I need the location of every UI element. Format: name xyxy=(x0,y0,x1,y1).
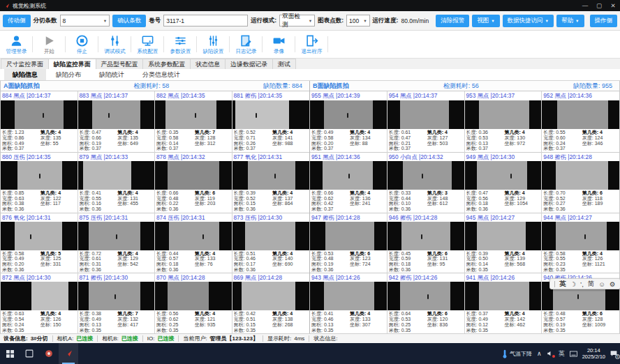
close-icon[interactable]: ✕ xyxy=(606,0,620,11)
action-debug-mode-button[interactable]: 调试模式 xyxy=(98,31,131,58)
defect-mark xyxy=(348,174,350,179)
main-tab-3[interactable]: 系统参数配置 xyxy=(142,59,191,69)
main-tab-6[interactable]: 测试 xyxy=(272,59,296,69)
defect-cell[interactable]: 884 黑点 |20:14:37长度: 1.23宽度: 0.86面积: 0.49… xyxy=(1,91,78,152)
defect-cell[interactable]: 947 擦伤 |20:14:28长度: 0.53宽度: 0.48面积: 0.19… xyxy=(310,213,388,273)
sub-tab-2[interactable]: 缺陷统计 xyxy=(91,69,133,80)
touch-keyboard-icon[interactable] xyxy=(570,351,577,357)
ime-settings-gear-icon[interactable]: ⚙ xyxy=(610,280,616,288)
clear-alarm-button[interactable]: 清除报警 xyxy=(436,15,469,27)
defect-cell[interactable]: 875 压伤 |20:14:31长度: 0.72宽度: 0.61面积: 0.31… xyxy=(78,213,156,273)
defect-cell-header: 871 擦伤 |20:14:30 xyxy=(78,273,155,282)
metric-width: 宽度: 0.55 xyxy=(543,256,582,261)
main-tab-5[interactable]: 边缘数据记录 xyxy=(225,59,273,69)
action-start-button[interactable]: 开始 xyxy=(33,31,66,58)
drive-side-button[interactable]: 传动侧 xyxy=(3,15,31,27)
confirm-count-button[interactable]: 确认条数 xyxy=(112,15,146,27)
main-tab-0[interactable]: 尺寸监控界面 xyxy=(1,59,49,69)
roll-number-input[interactable]: 3117-1 xyxy=(163,15,248,26)
defect-cell[interactable]: 946 擦伤 |20:14:28长度: 0.45宽度: 0.59面积: 0.18… xyxy=(388,213,465,273)
drag-handle-icon[interactable] xyxy=(554,281,555,287)
defect-cell[interactable]: 881 擦伤 |20:14:35长度: 0.52宽度: 0.71面积: 0.26… xyxy=(232,91,310,152)
metric-coord: 坐标: 203 xyxy=(195,201,230,206)
action-manage-login-button[interactable]: 管理登录 xyxy=(0,31,33,58)
maximize-icon[interactable]: ▢ xyxy=(592,0,606,11)
defect-cell[interactable]: 883 黑点 |20:14:37长度: 0.47宽度: 0.66面积: 0.19… xyxy=(78,91,156,152)
action-log-record-button[interactable]: 日志记录 xyxy=(230,31,263,58)
ime-language-indicator[interactable]: 英 xyxy=(559,349,565,358)
defect-cell[interactable]: 945 黑点 |20:14:27长度: 0.39宽度: 0.50面积: 0.14… xyxy=(465,213,542,273)
defect-cell[interactable]: 948 擦伤 |20:14:28长度: 0.70宽度: 0.52面积: 0.27… xyxy=(542,152,619,213)
metric-meter: 米数: 0.37 xyxy=(80,146,118,151)
main-tab-2[interactable]: 产品型号配置 xyxy=(96,59,144,69)
ime-toolbar[interactable]: 英 ☽ ’, 简 ☺ ⚙ xyxy=(549,278,620,289)
defect-image xyxy=(388,222,464,250)
defect-cell[interactable]: 877 氧化 |20:14:31长度: 0.39宽度: 0.52面积: 0.15… xyxy=(232,152,310,213)
metric-width: 宽度: 0.50 xyxy=(466,256,505,261)
defect-cell[interactable]: 942 擦伤 |20:14:26长度: 0.64宽度: 0.53面积: 0.25… xyxy=(388,273,465,333)
action-stop-button[interactable]: 停止 xyxy=(66,31,98,58)
main-tab-4[interactable]: 状态信息 xyxy=(190,59,226,69)
defect-cell[interactable]: 941 黑点 |20:14:26长度: 0.37宽度: 0.49面积: 0.12… xyxy=(465,273,542,333)
defect-cell[interactable]: 872 黑点 |20:14:30长度: 0.63宽度: 0.54面积: 0.24… xyxy=(1,273,78,333)
metric-width: 宽度: 0.51 xyxy=(234,317,272,322)
view-menu-button[interactable]: 视图▼ xyxy=(472,15,499,27)
ime-lang-toggle[interactable]: 英 xyxy=(559,280,566,289)
defect-cell[interactable]: 952 黑点 |20:14:36长度: 0.55宽度: 0.60面积: 0.24… xyxy=(542,91,619,152)
operate-side-button[interactable]: 操作侧 xyxy=(590,15,618,27)
defect-cell[interactable]: 953 黑点 |20:14:37长度: 0.36宽度: 0.53面积: 0.13… xyxy=(465,91,542,152)
defect-cell[interactable]: 874 压伤 |20:14:31长度: 0.44宽度: 0.57面积: 0.18… xyxy=(155,213,232,273)
ime-simplified-toggle[interactable]: 简 xyxy=(588,280,595,289)
metric-gray: 灰度: 126 xyxy=(582,256,618,261)
taskbar-app-browser[interactable] xyxy=(39,343,59,364)
run-mode-select[interactable]: 双面检测 ▼ xyxy=(279,15,315,26)
defect-cell[interactable]: 879 黑点 |20:14:33长度: 0.41宽度: 0.55面积: 0.16… xyxy=(78,152,156,213)
defect-cell[interactable]: 876 氧化 |20:14:31长度: 0.58宽度: 0.49面积: 0.20… xyxy=(1,213,78,273)
metric-meter: 米数: 0.37 xyxy=(389,146,427,151)
defect-cell[interactable]: 878 黑点 |20:14:32长度: 0.66宽度: 0.48面积: 0.22… xyxy=(155,152,232,213)
sub-tab-3[interactable]: 分类信息统计 xyxy=(134,69,189,80)
quick-access-menu-button[interactable]: 数据快捷访问▼ xyxy=(503,15,554,27)
action-exit-program-button[interactable]: 退出程序 xyxy=(295,31,328,58)
action-record-video-button[interactable]: 录像 xyxy=(263,31,295,58)
chart-points-select[interactable]: 100 ▼ xyxy=(346,15,370,26)
sub-tab-0[interactable]: 缺陷信息 xyxy=(4,69,46,80)
metric-area: 面积: 0.22 xyxy=(156,201,195,206)
action-label: 管理登录 xyxy=(6,48,27,55)
defect-cell[interactable]: 954 黑点 |20:14:37长度: 0.61宽度: 0.47面积: 0.21… xyxy=(388,91,465,152)
defect-details: 长度: 0.45宽度: 0.59面积: 0.18米数: 0.36第几类: 6灰度… xyxy=(388,250,464,273)
weather-widget[interactable]: 气温下降 xyxy=(502,349,532,358)
defect-cell[interactable]: 869 黑点 |20:14:28长度: 0.42宽度: 0.51面积: 0.15… xyxy=(232,273,310,333)
defect-cell[interactable]: 949 黑点 |20:14:30长度: 0.47宽度: 0.56面积: 0.18… xyxy=(465,152,542,213)
action-defect-settings-button[interactable]: 缺陷设置 xyxy=(197,31,230,58)
ime-emoji-icon[interactable]: ☺ xyxy=(598,280,605,288)
taskbar-clock[interactable]: 20:14 2025/2/10 xyxy=(582,347,605,360)
help-menu-button[interactable]: 帮助▼ xyxy=(556,15,584,27)
action-system-config-button[interactable]: 系统配置 xyxy=(131,31,164,58)
action-param-settings-button[interactable]: 参数设置 xyxy=(164,31,197,58)
defect-cell[interactable]: 871 擦伤 |20:14:30长度: 0.38宽度: 0.49面积: 0.13… xyxy=(78,273,156,333)
tray-expand-chevron[interactable]: ∧ xyxy=(537,350,542,357)
start-button[interactable] xyxy=(0,343,20,364)
ime-punctuation-toggle[interactable]: ’, xyxy=(580,280,584,288)
minimize-icon[interactable]: — xyxy=(578,0,592,11)
defect-cell[interactable]: 950 小白点 |20:14:32长度: 0.33宽度: 0.44面积: 0.1… xyxy=(388,152,465,213)
task-view-button[interactable] xyxy=(20,343,39,364)
action-center-button[interactable]: 6 xyxy=(610,350,617,357)
defect-cell[interactable]: 880 压伤 |20:14:35长度: 0.85宽度: 0.63面积: 0.38… xyxy=(1,152,78,213)
defect-details: 长度: 0.33宽度: 0.44面积: 0.10米数: 0.36第几类: 3灰度… xyxy=(388,190,464,213)
defect-cell[interactable]: 943 黑点 |20:14:26长度: 0.41宽度: 0.46面积: 0.13… xyxy=(310,273,388,333)
defect-cell[interactable]: 944 黑点 |20:14:27长度: 0.58宽度: 0.55面积: 0.23… xyxy=(542,213,619,273)
defect-cell[interactable]: 955 黑点 |20:14:39长度: 0.49宽度: 0.58面积: 0.20… xyxy=(310,91,388,152)
slit-count-select[interactable]: 8 ▼ xyxy=(60,15,110,26)
volume-button[interactable] xyxy=(547,350,554,357)
defect-cell[interactable]: 882 黑点 |20:14:35长度: 0.35宽度: 0.58面积: 0.14… xyxy=(155,91,232,152)
metric-width: 宽度: 0.53 xyxy=(389,317,427,322)
main-tab-1[interactable]: 缺陷监控界面 xyxy=(48,59,96,69)
defect-cell[interactable]: 951 黑点 |20:14:36长度: 0.66宽度: 0.62面积: 0.42… xyxy=(310,152,388,213)
defect-cell[interactable]: 870 黑点 |20:14:28长度: 0.56宽度: 0.62面积: 0.25… xyxy=(155,273,232,333)
taskbar-app-inspection[interactable] xyxy=(59,343,78,364)
sub-tab-1[interactable]: 缺陷分布 xyxy=(47,69,89,80)
ime-fullhalf-icon[interactable]: ☽ xyxy=(570,280,577,288)
defect-cell[interactable]: 873 压伤 |20:14:30长度: 0.51宽度: 0.46面积: 0.17… xyxy=(232,213,310,273)
